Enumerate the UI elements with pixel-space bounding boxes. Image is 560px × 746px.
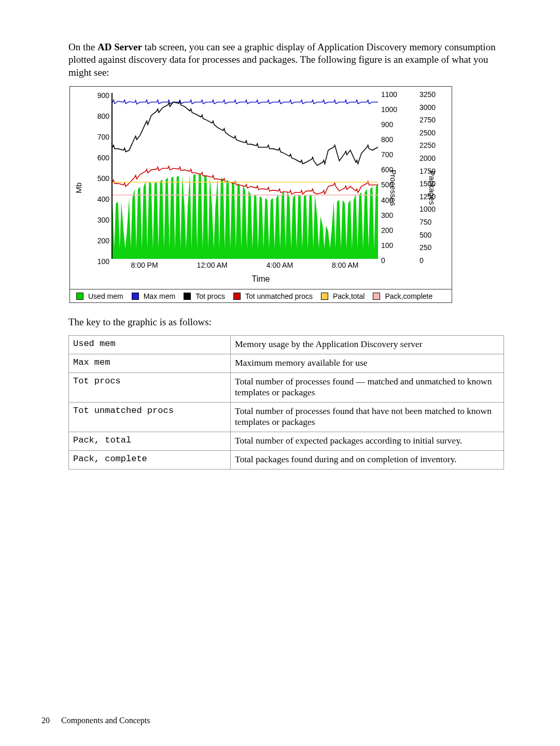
key-intro: The key to the graphic is as follows: xyxy=(68,316,504,328)
key-term: Used mem xyxy=(69,335,231,354)
key-term: Tot unmatched procs xyxy=(69,402,231,432)
page-number: 20 xyxy=(41,716,50,725)
key-desc: Maximum memory available for use xyxy=(231,354,504,372)
x-axis-label: Time xyxy=(70,274,452,284)
key-term: Pack, total xyxy=(69,432,231,450)
x-ticks: 8:00 PM12:00 AM4:00 AM8:00 AM xyxy=(111,261,378,269)
chart-legend: Used memMax memTot procsTot unmatched pr… xyxy=(70,289,452,302)
chart-figure: Mb Processes Packages 900800700600500400… xyxy=(69,86,452,303)
key-term: Pack, complete xyxy=(69,450,231,469)
key-desc: Total number of expected packages accord… xyxy=(231,432,504,450)
key-term: Max mem xyxy=(69,354,231,372)
key-table: Used memMemory usage by the Application … xyxy=(68,335,504,469)
y-axis-left-label: Mb xyxy=(74,183,83,194)
key-term: Tot procs xyxy=(69,372,231,402)
page-footer: 20 Components and Concepts xyxy=(41,716,150,725)
key-desc: Total number of processes found that hav… xyxy=(231,402,504,432)
key-desc: Total number of processes found — matche… xyxy=(231,372,504,402)
plot-area xyxy=(111,93,378,259)
section-title: Components and Concepts xyxy=(61,716,150,725)
key-desc: Total packages found during and on compl… xyxy=(231,450,504,469)
key-desc: Memory usage by the Application Discover… xyxy=(231,335,504,354)
intro-paragraph: On the AD Server tab screen, you can see… xyxy=(68,41,504,79)
